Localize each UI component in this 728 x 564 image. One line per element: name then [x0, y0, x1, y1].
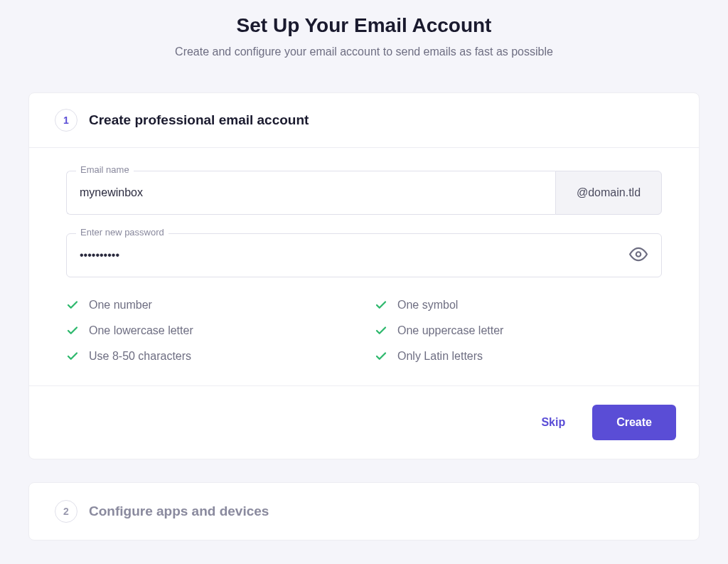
requirement-text: Only Latin letters: [397, 350, 483, 363]
step-1-body: Email name @domain.tld Enter new passwor…: [29, 147, 699, 385]
eye-icon: [629, 245, 648, 266]
page-title: Set Up Your Email Account: [28, 14, 700, 37]
step-2-header[interactable]: 2 Configure apps and devices: [29, 483, 699, 540]
create-button[interactable]: Create: [592, 405, 676, 440]
password-input[interactable]: [66, 233, 662, 277]
requirement-item: One uppercase letter: [375, 324, 662, 337]
step-1-badge: 1: [55, 109, 77, 132]
step-2-card: 2 Configure apps and devices: [28, 482, 700, 541]
check-icon: [375, 299, 387, 312]
requirement-item: Use 8-50 characters: [66, 350, 353, 363]
step-2-badge: 2: [55, 500, 77, 523]
step-2-title: Configure apps and devices: [89, 504, 269, 519]
toggle-password-button[interactable]: [625, 241, 652, 270]
requirement-item: One lowercase letter: [66, 324, 353, 337]
svg-point-0: [636, 252, 641, 257]
password-requirements: One number One symbol One lowercase lett…: [66, 296, 662, 368]
check-icon: [66, 324, 79, 337]
requirement-text: One uppercase letter: [397, 324, 503, 337]
requirement-item: One number: [66, 299, 353, 312]
check-icon: [375, 350, 387, 363]
requirement-text: One symbol: [397, 299, 458, 312]
email-label: Email name: [76, 164, 134, 175]
check-icon: [375, 324, 387, 337]
skip-button[interactable]: Skip: [534, 408, 572, 437]
requirement-item: One symbol: [375, 299, 662, 312]
domain-suffix: @domain.tld: [555, 171, 662, 215]
step-1-title: Create professional email account: [89, 112, 309, 128]
requirement-text: Use 8-50 characters: [89, 350, 191, 363]
step-1-footer: Skip Create: [29, 385, 699, 459]
requirement-item: Only Latin letters: [375, 350, 662, 363]
step-1-card: 1 Create professional email account Emai…: [28, 92, 700, 459]
requirement-text: One number: [89, 299, 152, 312]
email-row: @domain.tld: [66, 171, 662, 215]
email-input[interactable]: [66, 171, 555, 215]
password-field-wrap: Enter new password: [66, 233, 662, 277]
step-1-header: 1 Create professional email account: [29, 93, 699, 147]
email-field-wrap: Email name @domain.tld: [66, 171, 662, 215]
password-label: Enter new password: [76, 227, 168, 238]
requirement-text: One lowercase letter: [89, 324, 193, 337]
check-icon: [66, 350, 79, 363]
page-subtitle: Create and configure your email account …: [28, 46, 700, 58]
check-icon: [66, 299, 79, 312]
